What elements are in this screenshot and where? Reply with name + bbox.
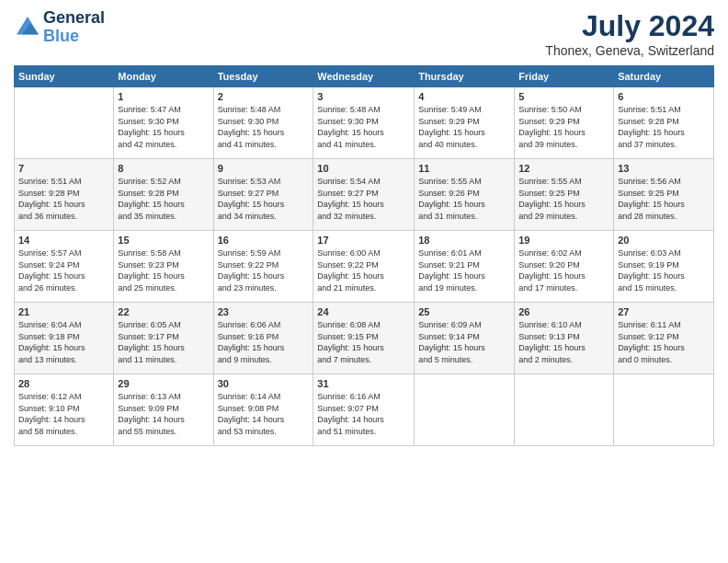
- day-number: 18: [418, 235, 510, 246]
- day-info: Sunrise: 5:52 AM Sunset: 9:28 PM Dayligh…: [118, 176, 209, 222]
- day-info: Sunrise: 6:14 AM Sunset: 9:08 PM Dayligh…: [218, 391, 310, 437]
- day-number: 30: [218, 378, 310, 389]
- calendar-cell: 8Sunrise: 5:52 AM Sunset: 9:28 PM Daylig…: [114, 159, 213, 231]
- calendar-cell: 26Sunrise: 6:10 AM Sunset: 9:13 PM Dayli…: [515, 303, 614, 374]
- calendar-cell: 19Sunrise: 6:02 AM Sunset: 9:20 PM Dayli…: [515, 231, 614, 303]
- day-number: 11: [418, 163, 510, 174]
- day-number: 14: [18, 235, 109, 246]
- calendar-cell: 18Sunrise: 6:01 AM Sunset: 9:21 PM Dayli…: [415, 231, 515, 303]
- day-info: Sunrise: 6:01 AM Sunset: 9:21 PM Dayligh…: [418, 247, 510, 293]
- day-info: Sunrise: 5:55 AM Sunset: 9:26 PM Dayligh…: [418, 176, 510, 222]
- day-number: 4: [418, 91, 510, 102]
- day-number: 10: [317, 163, 410, 174]
- day-info: Sunrise: 6:13 AM Sunset: 9:09 PM Dayligh…: [118, 391, 209, 437]
- day-info: Sunrise: 5:53 AM Sunset: 9:27 PM Dayligh…: [218, 176, 310, 222]
- week-row-4: 21Sunrise: 6:04 AM Sunset: 9:18 PM Dayli…: [15, 303, 714, 374]
- day-number: 28: [18, 378, 109, 389]
- day-info: Sunrise: 5:51 AM Sunset: 9:28 PM Dayligh…: [18, 176, 109, 222]
- day-info: Sunrise: 5:48 AM Sunset: 9:30 PM Dayligh…: [218, 104, 310, 150]
- day-number: 20: [618, 235, 710, 246]
- day-info: Sunrise: 6:09 AM Sunset: 9:14 PM Dayligh…: [418, 319, 510, 365]
- col-header-monday: Monday: [114, 66, 213, 87]
- day-number: 21: [18, 306, 109, 317]
- day-info: Sunrise: 5:49 AM Sunset: 9:29 PM Dayligh…: [418, 104, 510, 150]
- calendar-cell: 13Sunrise: 5:56 AM Sunset: 9:25 PM Dayli…: [614, 159, 714, 231]
- calendar-table: SundayMondayTuesdayWednesdayThursdayFrid…: [14, 65, 714, 446]
- calendar-cell: 11Sunrise: 5:55 AM Sunset: 9:26 PM Dayli…: [415, 159, 515, 231]
- calendar-cell: 6Sunrise: 5:51 AM Sunset: 9:28 PM Daylig…: [614, 87, 714, 159]
- location: Thonex, Geneva, Switzerland: [545, 43, 714, 58]
- day-number: 8: [118, 163, 209, 174]
- month-year: July 2024: [545, 9, 714, 43]
- day-info: Sunrise: 6:06 AM Sunset: 9:16 PM Dayligh…: [218, 319, 310, 365]
- calendar-cell: 21Sunrise: 6:04 AM Sunset: 9:18 PM Dayli…: [15, 303, 114, 374]
- day-number: 31: [317, 378, 410, 389]
- calendar-cell: 27Sunrise: 6:11 AM Sunset: 9:12 PM Dayli…: [614, 303, 714, 374]
- calendar-cell: 5Sunrise: 5:50 AM Sunset: 9:29 PM Daylig…: [515, 87, 614, 159]
- day-info: Sunrise: 6:04 AM Sunset: 9:18 PM Dayligh…: [18, 319, 109, 365]
- calendar-cell: 30Sunrise: 6:14 AM Sunset: 9:08 PM Dayli…: [213, 374, 313, 446]
- page-header: General Blue July 2024 Thonex, Geneva, S…: [14, 9, 714, 58]
- calendar-cell: 17Sunrise: 6:00 AM Sunset: 9:22 PM Dayli…: [313, 231, 415, 303]
- day-info: Sunrise: 6:12 AM Sunset: 9:10 PM Dayligh…: [18, 391, 109, 437]
- day-info: Sunrise: 5:59 AM Sunset: 9:22 PM Dayligh…: [218, 247, 310, 293]
- day-number: 17: [317, 235, 410, 246]
- day-number: 29: [118, 378, 209, 389]
- calendar-cell: 31Sunrise: 6:16 AM Sunset: 9:07 PM Dayli…: [313, 374, 415, 446]
- day-number: 1: [118, 91, 209, 102]
- col-header-sunday: Sunday: [15, 66, 114, 87]
- calendar-cell: 20Sunrise: 6:03 AM Sunset: 9:19 PM Dayli…: [614, 231, 714, 303]
- day-info: Sunrise: 5:47 AM Sunset: 9:30 PM Dayligh…: [118, 104, 209, 150]
- day-info: Sunrise: 5:55 AM Sunset: 9:25 PM Dayligh…: [518, 176, 609, 222]
- day-number: 27: [618, 306, 710, 317]
- calendar-cell: 23Sunrise: 6:06 AM Sunset: 9:16 PM Dayli…: [213, 303, 313, 374]
- calendar-cell: 7Sunrise: 5:51 AM Sunset: 9:28 PM Daylig…: [15, 159, 114, 231]
- day-number: 26: [518, 306, 609, 317]
- day-number: 19: [518, 235, 609, 246]
- calendar-header-row: SundayMondayTuesdayWednesdayThursdayFrid…: [15, 66, 714, 87]
- calendar-cell: 24Sunrise: 6:08 AM Sunset: 9:15 PM Dayli…: [313, 303, 415, 374]
- calendar-cell: 12Sunrise: 5:55 AM Sunset: 9:25 PM Dayli…: [515, 159, 614, 231]
- day-number: 5: [518, 91, 609, 102]
- day-info: Sunrise: 6:10 AM Sunset: 9:13 PM Dayligh…: [518, 319, 609, 365]
- calendar-cell: 9Sunrise: 5:53 AM Sunset: 9:27 PM Daylig…: [213, 159, 313, 231]
- calendar-cell: 29Sunrise: 6:13 AM Sunset: 9:09 PM Dayli…: [114, 374, 213, 446]
- col-header-saturday: Saturday: [614, 66, 714, 87]
- col-header-tuesday: Tuesday: [213, 66, 313, 87]
- day-info: Sunrise: 5:51 AM Sunset: 9:28 PM Dayligh…: [618, 104, 710, 150]
- week-row-5: 28Sunrise: 6:12 AM Sunset: 9:10 PM Dayli…: [15, 374, 714, 446]
- day-number: 24: [317, 306, 410, 317]
- day-number: 23: [218, 306, 310, 317]
- day-info: Sunrise: 5:50 AM Sunset: 9:29 PM Dayligh…: [518, 104, 609, 150]
- logo: General Blue: [14, 9, 105, 46]
- calendar-cell: [614, 374, 714, 446]
- calendar-cell: [515, 374, 614, 446]
- day-number: 3: [317, 91, 410, 102]
- day-info: Sunrise: 6:00 AM Sunset: 9:22 PM Dayligh…: [317, 247, 410, 293]
- day-info: Sunrise: 6:03 AM Sunset: 9:19 PM Dayligh…: [618, 247, 710, 293]
- day-info: Sunrise: 6:02 AM Sunset: 9:20 PM Dayligh…: [518, 247, 609, 293]
- day-info: Sunrise: 6:11 AM Sunset: 9:12 PM Dayligh…: [618, 319, 710, 365]
- day-info: Sunrise: 6:16 AM Sunset: 9:07 PM Dayligh…: [317, 391, 410, 437]
- calendar-cell: 28Sunrise: 6:12 AM Sunset: 9:10 PM Dayli…: [15, 374, 114, 446]
- calendar-cell: 15Sunrise: 5:58 AM Sunset: 9:23 PM Dayli…: [114, 231, 213, 303]
- day-info: Sunrise: 5:57 AM Sunset: 9:24 PM Dayligh…: [18, 247, 109, 293]
- calendar-cell: [415, 374, 515, 446]
- week-row-3: 14Sunrise: 5:57 AM Sunset: 9:24 PM Dayli…: [15, 231, 714, 303]
- day-info: Sunrise: 5:48 AM Sunset: 9:30 PM Dayligh…: [317, 104, 410, 150]
- day-number: 15: [118, 235, 209, 246]
- day-info: Sunrise: 5:54 AM Sunset: 9:27 PM Dayligh…: [317, 176, 410, 222]
- day-number: 22: [118, 306, 209, 317]
- day-number: 16: [218, 235, 310, 246]
- calendar-cell: 22Sunrise: 6:05 AM Sunset: 9:17 PM Dayli…: [114, 303, 213, 374]
- calendar-cell: 16Sunrise: 5:59 AM Sunset: 9:22 PM Dayli…: [213, 231, 313, 303]
- logo-line2: Blue: [43, 27, 79, 45]
- day-info: Sunrise: 5:58 AM Sunset: 9:23 PM Dayligh…: [118, 247, 209, 293]
- col-header-friday: Friday: [515, 66, 614, 87]
- day-number: 25: [418, 306, 510, 317]
- calendar-cell: 14Sunrise: 5:57 AM Sunset: 9:24 PM Dayli…: [15, 231, 114, 303]
- logo-text: General Blue: [43, 9, 105, 46]
- calendar-cell: 2Sunrise: 5:48 AM Sunset: 9:30 PM Daylig…: [213, 87, 313, 159]
- logo-line1: General: [43, 9, 105, 28]
- day-number: 13: [618, 163, 710, 174]
